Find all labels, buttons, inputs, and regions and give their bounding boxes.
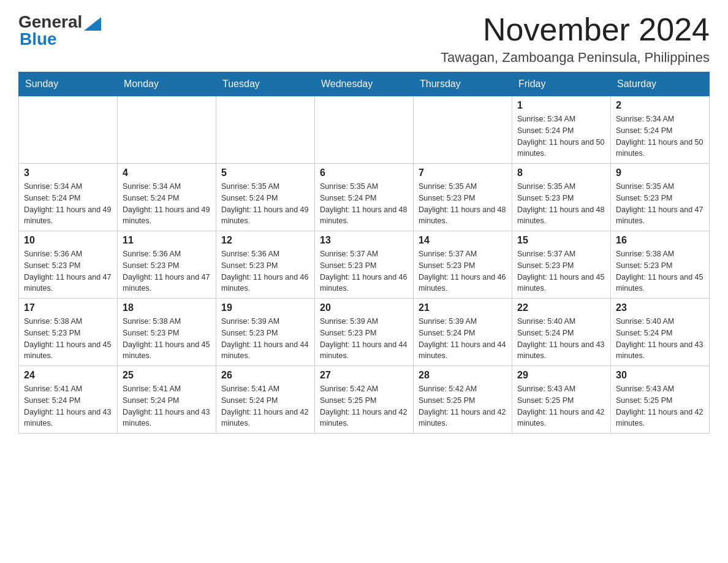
logo-blue-text: Blue [20,29,57,49]
calendar-day-header: Wednesday [315,72,414,96]
main-title: November 2024 [441,12,710,47]
day-number: 7 [419,167,507,178]
calendar-cell: 15Sunrise: 5:37 AMSunset: 5:23 PMDayligh… [512,231,611,299]
day-number: 12 [221,235,309,246]
day-info: Sunrise: 5:34 AMSunset: 5:24 PMDaylight:… [616,113,704,159]
day-number: 6 [320,167,408,178]
day-info: Sunrise: 5:34 AMSunset: 5:24 PMDaylight:… [123,181,211,227]
day-info: Sunrise: 5:34 AMSunset: 5:24 PMDaylight:… [24,181,112,227]
day-number: 3 [24,167,112,178]
day-number: 23 [616,302,704,313]
calendar-cell: 5Sunrise: 5:35 AMSunset: 5:24 PMDaylight… [216,164,315,231]
calendar-cell: 4Sunrise: 5:34 AMSunset: 5:24 PMDaylight… [118,164,216,231]
calendar-cell: 21Sunrise: 5:39 AMSunset: 5:24 PMDayligh… [414,299,512,366]
day-info: Sunrise: 5:36 AMSunset: 5:23 PMDaylight:… [123,248,211,294]
calendar-cell: 12Sunrise: 5:36 AMSunset: 5:23 PMDayligh… [216,231,315,299]
calendar-cell [216,96,315,164]
day-info: Sunrise: 5:35 AMSunset: 5:23 PMDaylight:… [517,181,605,227]
day-info: Sunrise: 5:36 AMSunset: 5:23 PMDaylight:… [221,248,309,294]
week-row: 10Sunrise: 5:36 AMSunset: 5:23 PMDayligh… [19,231,710,299]
day-number: 9 [616,167,704,178]
day-number: 4 [123,167,211,178]
calendar-cell: 1Sunrise: 5:34 AMSunset: 5:24 PMDaylight… [512,96,611,164]
day-number: 1 [517,100,605,111]
calendar-cell: 23Sunrise: 5:40 AMSunset: 5:24 PMDayligh… [611,299,710,366]
day-number: 17 [24,302,112,313]
day-number: 29 [517,370,605,381]
title-area: November 2024 Tawagan, Zamboanga Peninsu… [441,12,710,66]
calendar-cell: 2Sunrise: 5:34 AMSunset: 5:24 PMDaylight… [611,96,710,164]
calendar-cell: 26Sunrise: 5:41 AMSunset: 5:24 PMDayligh… [216,366,315,434]
day-number: 13 [320,235,408,246]
calendar-cell: 16Sunrise: 5:38 AMSunset: 5:23 PMDayligh… [611,231,710,299]
calendar-cell [414,96,512,164]
day-number: 21 [419,302,507,313]
day-info: Sunrise: 5:40 AMSunset: 5:24 PMDaylight:… [616,316,704,362]
day-number: 16 [616,235,704,246]
calendar-cell: 17Sunrise: 5:38 AMSunset: 5:23 PMDayligh… [19,299,118,366]
calendar-table: SundayMondayTuesdayWednesdayThursdayFrid… [18,72,710,434]
calendar-cell: 14Sunrise: 5:37 AMSunset: 5:23 PMDayligh… [414,231,512,299]
calendar-cell: 20Sunrise: 5:39 AMSunset: 5:23 PMDayligh… [315,299,414,366]
day-number: 30 [616,370,704,381]
day-info: Sunrise: 5:35 AMSunset: 5:24 PMDaylight:… [320,181,408,227]
day-info: Sunrise: 5:36 AMSunset: 5:23 PMDaylight:… [24,248,112,294]
day-info: Sunrise: 5:42 AMSunset: 5:25 PMDaylight:… [419,383,507,429]
day-info: Sunrise: 5:38 AMSunset: 5:23 PMDaylight:… [616,248,704,294]
day-number: 24 [24,370,112,381]
day-info: Sunrise: 5:41 AMSunset: 5:24 PMDaylight:… [24,383,112,429]
day-info: Sunrise: 5:38 AMSunset: 5:23 PMDaylight:… [123,316,211,362]
calendar-cell [118,96,216,164]
calendar-cell: 9Sunrise: 5:35 AMSunset: 5:23 PMDaylight… [611,164,710,231]
day-number: 8 [517,167,605,178]
day-info: Sunrise: 5:41 AMSunset: 5:24 PMDaylight:… [123,383,211,429]
day-info: Sunrise: 5:37 AMSunset: 5:23 PMDaylight:… [517,248,605,294]
calendar-day-header: Sunday [19,72,118,96]
calendar-cell: 19Sunrise: 5:39 AMSunset: 5:23 PMDayligh… [216,299,315,366]
day-info: Sunrise: 5:40 AMSunset: 5:24 PMDaylight:… [517,316,605,362]
week-row: 1Sunrise: 5:34 AMSunset: 5:24 PMDaylight… [19,96,710,164]
day-number: 27 [320,370,408,381]
calendar-day-header: Saturday [611,72,710,96]
day-info: Sunrise: 5:43 AMSunset: 5:25 PMDaylight:… [517,383,605,429]
logo-icon [84,13,101,31]
subtitle: Tawagan, Zamboanga Peninsula, Philippine… [441,50,710,66]
day-info: Sunrise: 5:39 AMSunset: 5:23 PMDaylight:… [320,316,408,362]
calendar-cell: 27Sunrise: 5:42 AMSunset: 5:25 PMDayligh… [315,366,414,434]
week-row: 17Sunrise: 5:38 AMSunset: 5:23 PMDayligh… [19,299,710,366]
week-row: 24Sunrise: 5:41 AMSunset: 5:24 PMDayligh… [19,366,710,434]
calendar-header-row: SundayMondayTuesdayWednesdayThursdayFrid… [19,72,710,96]
day-number: 11 [123,235,211,246]
calendar-cell: 30Sunrise: 5:43 AMSunset: 5:25 PMDayligh… [611,366,710,434]
day-number: 2 [616,100,704,111]
calendar-day-header: Tuesday [216,72,315,96]
calendar-cell: 25Sunrise: 5:41 AMSunset: 5:24 PMDayligh… [118,366,216,434]
svg-marker-0 [84,17,101,31]
calendar-cell: 29Sunrise: 5:43 AMSunset: 5:25 PMDayligh… [512,366,611,434]
day-info: Sunrise: 5:38 AMSunset: 5:23 PMDaylight:… [24,316,112,362]
calendar-cell: 10Sunrise: 5:36 AMSunset: 5:23 PMDayligh… [19,231,118,299]
day-info: Sunrise: 5:41 AMSunset: 5:24 PMDaylight:… [221,383,309,429]
calendar-day-header: Monday [118,72,216,96]
calendar-cell: 22Sunrise: 5:40 AMSunset: 5:24 PMDayligh… [512,299,611,366]
calendar-day-header: Friday [512,72,611,96]
day-info: Sunrise: 5:43 AMSunset: 5:25 PMDaylight:… [616,383,704,429]
calendar-cell: 7Sunrise: 5:35 AMSunset: 5:23 PMDaylight… [414,164,512,231]
day-number: 20 [320,302,408,313]
calendar-cell: 8Sunrise: 5:35 AMSunset: 5:23 PMDaylight… [512,164,611,231]
calendar-cell: 3Sunrise: 5:34 AMSunset: 5:24 PMDaylight… [19,164,118,231]
day-number: 5 [221,167,309,178]
day-number: 18 [123,302,211,313]
day-info: Sunrise: 5:35 AMSunset: 5:23 PMDaylight:… [419,181,507,227]
day-info: Sunrise: 5:37 AMSunset: 5:23 PMDaylight:… [320,248,408,294]
day-info: Sunrise: 5:35 AMSunset: 5:23 PMDaylight:… [616,181,704,227]
calendar-cell [315,96,414,164]
week-row: 3Sunrise: 5:34 AMSunset: 5:24 PMDaylight… [19,164,710,231]
day-info: Sunrise: 5:35 AMSunset: 5:24 PMDaylight:… [221,181,309,227]
day-info: Sunrise: 5:34 AMSunset: 5:24 PMDaylight:… [517,113,605,159]
calendar-cell: 24Sunrise: 5:41 AMSunset: 5:24 PMDayligh… [19,366,118,434]
day-number: 14 [419,235,507,246]
calendar-cell [19,96,118,164]
logo: General Blue [18,12,101,49]
calendar-cell: 28Sunrise: 5:42 AMSunset: 5:25 PMDayligh… [414,366,512,434]
